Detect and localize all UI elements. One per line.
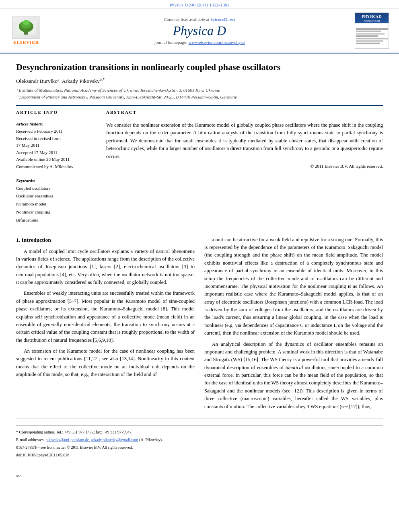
body-para-5: An analytical description of the dynamic… [204,341,383,411]
available-date: Available online 26 May 2011 [16,156,97,163]
copyright-line: © 2011 Elsevier B.V. All rights reserved… [106,164,383,168]
journal-thumbnail: PHYSICA DNONLINEAR PHENOMENA [355,12,391,49]
contents-line: Contents lists available at ScienceDirec… [48,17,351,22]
footer-divider [16,419,383,419]
article-title: Desynchronization transitions in nonline… [16,62,383,73]
communicated: Communicated by A. Mikhailov [16,163,97,170]
email-line: E-mail addresses: pikovsky@uni-potsdam.d… [16,437,383,443]
keyword-4: Nonlinear coupling [16,208,97,216]
keywords-list: Coupled oscillators Oscillator ensembles… [16,185,97,224]
footer: * Corresponding author. Tel.: +49 331 97… [16,425,383,458]
article-info-header: ARTICLE INFO [16,110,97,115]
authors-line: Oleksandr Burylkoa, Arkady Pikovskyb,* [16,77,383,85]
abstract-col: ABSTRACT We consider the nonlinear exten… [106,110,383,224]
journal-header: ELSEVIER Contents lists available at Sci… [0,8,399,53]
info-divider [16,118,97,118]
keywords-label: Keywords: [16,178,97,183]
body-para-4: a unit can be attractive for a weak fiel… [204,236,383,337]
journal-name: Physica D [48,23,351,38]
author-burylko: Oleksandr Burylkoa [16,78,60,84]
accepted-date: Accepted 17 May 2011 [16,149,97,156]
affiliation-a: ᵃ Institute of Mathematics, National Aca… [16,87,383,94]
keyword-1: Coupled oscillators [16,185,97,193]
elsevier-tree-icon [14,18,38,37]
elsevier-label: ELSEVIER [13,40,39,45]
bottom-bar: aso [0,471,399,481]
page-content: Desynchronization transitions in nonline… [0,53,399,468]
elsevier-logo-image [12,16,40,39]
abstract-text: We consider the nonlinear extension of t… [106,121,383,160]
section1-title: 1. Introduction [16,236,195,244]
body-col-left: 1. Introduction A model of coupled limit… [16,236,195,414]
body-col-right: a unit can be attractive for a weak fiel… [204,236,383,414]
revised-date: 17 May 2011 [16,142,97,149]
bottom-left-text: aso [16,474,21,478]
article-info-col: ARTICLE INFO Article history: Received 5… [16,110,97,224]
info-abstract-section: ARTICLE INFO Article history: Received 5… [16,110,383,224]
abstract-header: ABSTRACT [106,110,383,115]
body-content: 1. Introduction A model of coupled limit… [16,236,383,414]
keyword-5: Bifurcations [16,216,97,224]
body-para-3: An extension of the Kuramoto model for t… [16,347,195,379]
body-para-2: Ensembles of weakly interacting units ar… [16,290,195,344]
abstract-divider [106,118,383,118]
issn-line: 0167-2789/$ – see front matter © 2011 El… [16,444,383,451]
email-label: E-mail addresses: [16,438,45,442]
body-para-1: A model of coupled limit cycle oscillato… [16,248,195,287]
keyword-2: Oscillator ensembles [16,192,97,200]
keywords-divider [16,174,97,174]
journal-title-section: Contents lists available at ScienceDirec… [48,17,351,45]
received-revised-label: Received in revised form [16,135,97,142]
section-divider [16,231,383,231]
journal-vol-info: Physica D 240 (2011) 1352–1361 [170,2,229,7]
affiliations: ᵃ Institute of Mathematics, National Aca… [16,87,383,100]
author-pikovsky: Arkady Pikovskyb,* [62,78,105,84]
affiliation-b: ᵇ Department of Physics and Astronomy, P… [16,94,383,101]
body-two-col: 1. Introduction A model of coupled limit… [16,236,383,414]
elsevier-logo-section: ELSEVIER [8,16,44,45]
top-bar: Physica D 240 (2011) 1352–1361 [0,0,399,8]
corresponding-note: * Corresponding author. Tel.: +49 331 97… [16,429,383,435]
homepage-link[interactable]: www.elsevier.com/locate/physd [189,40,245,45]
sciencedirect-link[interactable]: ScienceDirect [210,17,235,22]
svg-point-4 [23,20,29,25]
journal-homepage: journal homepage: www.elsevier.com/locat… [48,40,351,45]
keyword-3: Kuramoto model [16,200,97,208]
history-label: Article history: [16,121,97,126]
divider-thick [16,105,383,106]
doi-line: doi:10.1016/j.physd.2011.05.016 [16,452,383,458]
author-name-note: (A. Pikovsky). [139,438,163,442]
journal-cover-image: PHYSICA DNONLINEAR PHENOMENA [355,12,389,49]
email1-link[interactable]: pikovsky@uni-potsdam.de [45,438,89,442]
received-date: Received 5 February 2011 [16,128,97,135]
email2-link[interactable]: arkady.pikovsky@gmail.com [91,438,138,442]
elsevier-logo: ELSEVIER [12,16,40,45]
